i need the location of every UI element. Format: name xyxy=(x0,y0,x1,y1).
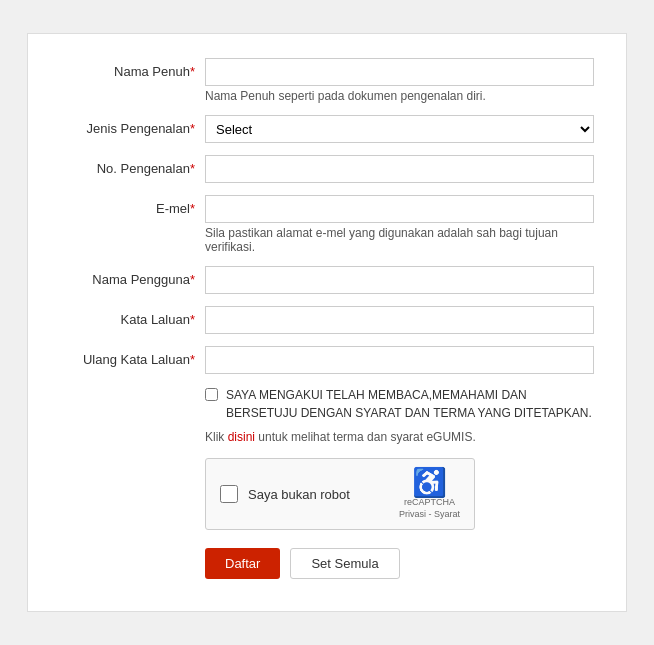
ulang-kata-laluan-row: Ulang Kata Laluan* xyxy=(60,346,594,374)
ulang-kata-laluan-input[interactable] xyxy=(205,346,594,374)
jenis-pengenalan-field: Select MyKad Passport MyPR MyTentera xyxy=(205,115,594,143)
jenis-pengenalan-select[interactable]: Select MyKad Passport MyPR MyTentera xyxy=(205,115,594,143)
emel-row: E-mel* Sila pastikan alamat e-mel yang d… xyxy=(60,195,594,254)
kata-laluan-label: Kata Laluan* xyxy=(60,306,205,327)
terms-text: SAYA MENGAKUI TELAH MEMBACA,MEMAHAMI DAN… xyxy=(226,386,594,422)
registration-form: Nama Penuh* Nama Penuh seperti pada doku… xyxy=(27,33,627,612)
terms-checkbox[interactable] xyxy=(205,388,218,401)
no-pengenalan-input[interactable] xyxy=(205,155,594,183)
no-pengenalan-label: No. Pengenalan* xyxy=(60,155,205,176)
kata-laluan-row: Kata Laluan* xyxy=(60,306,594,334)
nama-pengguna-row: Nama Pengguna* xyxy=(60,266,594,294)
captcha-terms-link[interactable]: Syarat xyxy=(434,509,460,519)
set-semula-button[interactable]: Set Semula xyxy=(290,548,399,579)
captcha-logo-area: ♿ reCAPTCHA Privasi - Syarat xyxy=(399,469,460,519)
nama-pengguna-label: Nama Pengguna* xyxy=(60,266,205,287)
ulang-kata-laluan-label: Ulang Kata Laluan* xyxy=(60,346,205,367)
emel-label: E-mel* xyxy=(60,195,205,216)
nama-pengguna-field xyxy=(205,266,594,294)
captcha-checkbox[interactable] xyxy=(220,485,238,503)
captcha-privacy-link[interactable]: Privasi xyxy=(399,509,426,519)
no-pengenalan-row: No. Pengenalan* xyxy=(60,155,594,183)
captcha-brand: reCAPTCHA xyxy=(404,497,455,509)
jenis-pengenalan-label: Jenis Pengenalan* xyxy=(60,115,205,136)
daftar-button[interactable]: Daftar xyxy=(205,548,280,579)
nama-penuh-label: Nama Penuh* xyxy=(60,58,205,79)
nama-penuh-hint: Nama Penuh seperti pada dokumen pengenal… xyxy=(205,89,594,103)
nama-penuh-row: Nama Penuh* Nama Penuh seperti pada doku… xyxy=(60,58,594,103)
ulang-kata-laluan-field xyxy=(205,346,594,374)
nama-pengguna-input[interactable] xyxy=(205,266,594,294)
captcha-icon: ♿ xyxy=(412,469,447,497)
terms-link-row: Klik disini untuk melihat terma dan syar… xyxy=(205,430,594,444)
captcha-footer-links: Privasi - Syarat xyxy=(399,509,460,519)
emel-input[interactable] xyxy=(205,195,594,223)
captcha-box: Saya bukan robot ♿ reCAPTCHA Privasi - S… xyxy=(205,458,475,530)
kata-laluan-input[interactable] xyxy=(205,306,594,334)
kata-laluan-field xyxy=(205,306,594,334)
nama-penuh-input[interactable] xyxy=(205,58,594,86)
captcha-label: Saya bukan robot xyxy=(248,487,350,502)
terms-row: SAYA MENGAKUI TELAH MEMBACA,MEMAHAMI DAN… xyxy=(205,386,594,422)
nama-penuh-field: Nama Penuh seperti pada dokumen pengenal… xyxy=(205,58,594,103)
emel-hint: Sila pastikan alamat e-mel yang digunaka… xyxy=(205,226,594,254)
button-row: Daftar Set Semula xyxy=(205,548,594,579)
emel-field: Sila pastikan alamat e-mel yang digunaka… xyxy=(205,195,594,254)
no-pengenalan-field xyxy=(205,155,594,183)
terms-link[interactable]: disini xyxy=(228,430,255,444)
jenis-pengenalan-row: Jenis Pengenalan* Select MyKad Passport … xyxy=(60,115,594,143)
captcha-area: Saya bukan robot ♿ reCAPTCHA Privasi - S… xyxy=(205,458,594,530)
